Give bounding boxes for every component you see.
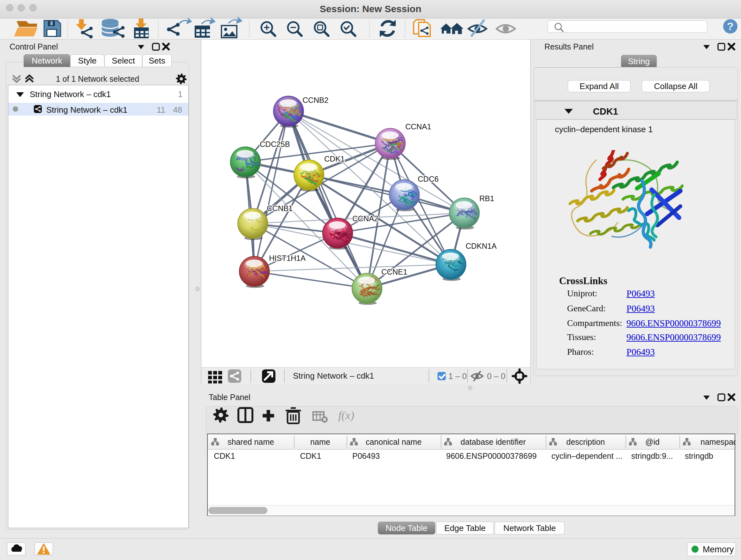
svg-text:CCNA2: CCNA2 [352,214,378,223]
svg-text:HIST1H1A: HIST1H1A [269,254,306,262]
svg-text:CDC6: CDC6 [418,175,439,183]
svg-text:CCNA1: CCNA1 [405,122,431,131]
svg-text:RB1: RB1 [479,194,494,203]
svg-text:CDK1: CDK1 [324,154,345,163]
svg-text:CDC25B: CDC25B [260,140,290,148]
svg-text:CCNB1: CCNB1 [267,204,293,212]
svg-text:CDKN1A: CDKN1A [466,242,496,250]
svg-text:CCNE1: CCNE1 [381,267,407,276]
svg-text:0 – 0: 0 – 0 [487,371,506,381]
svg-text:1 – 0: 1 – 0 [448,371,467,381]
svg-text:CCNB2: CCNB2 [302,96,328,105]
